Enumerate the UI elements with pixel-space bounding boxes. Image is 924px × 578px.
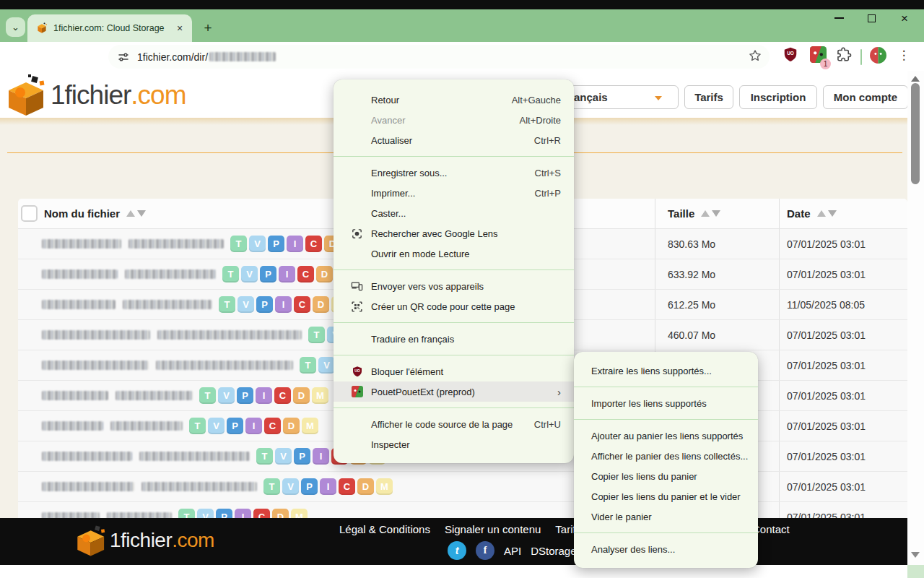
badge-C[interactable]: C	[294, 296, 310, 313]
window-close-button[interactable]: ×	[901, 11, 908, 25]
submenu-item[interactable]: Copier les liens du panier	[574, 466, 758, 486]
address-bar[interactable]: 1fichier.com/dir/	[108, 45, 770, 69]
badge-T[interactable]: T	[263, 478, 280, 495]
twitter-icon[interactable]: t	[448, 541, 466, 560]
context-menu-item[interactable]: RetourAlt+Gauche	[334, 90, 574, 110]
context-menu-item[interactable]: UOBloquer l'élément	[334, 361, 574, 381]
badge-T[interactable]: T	[300, 357, 316, 374]
badge-I[interactable]: I	[245, 418, 262, 434]
badge-T[interactable]: T	[189, 418, 206, 434]
sort-date-control[interactable]	[817, 210, 837, 217]
mon-compte-button[interactable]: Mon compte	[823, 85, 907, 109]
facebook-icon[interactable]: f	[476, 541, 494, 560]
tab-close-icon[interactable]: ×	[173, 22, 186, 35]
badge-T[interactable]: T	[256, 448, 273, 465]
badge-P[interactable]: P	[301, 478, 318, 495]
new-tab-button[interactable]: +	[199, 20, 217, 37]
footer-logo[interactable]: 1fichier.com	[75, 524, 214, 557]
badge-T[interactable]: T	[199, 387, 216, 404]
api-link[interactable]: API	[504, 545, 521, 557]
pouet-extension-button[interactable]: 1	[810, 46, 827, 66]
context-menu-item[interactable]: Créer un QR code pour cette page	[334, 296, 574, 316]
tarifs-button[interactable]: Tarifs	[684, 85, 733, 109]
badge-I[interactable]: I	[256, 387, 272, 404]
badge-C[interactable]: C	[264, 418, 281, 434]
badge-I[interactable]: I	[275, 296, 292, 313]
context-menu-item[interactable]: Envoyer vers vos appareils	[334, 276, 574, 296]
sort-name-control[interactable]	[126, 210, 146, 217]
badge-P[interactable]: P	[227, 418, 243, 434]
report-content-link[interactable]: Signaler un contenu	[445, 523, 541, 535]
badge-C[interactable]: C	[297, 266, 314, 282]
sort-desc-icon[interactable]	[137, 210, 146, 217]
badge-P[interactable]: P	[268, 236, 284, 252]
sort-size-control[interactable]	[701, 210, 720, 217]
active-tab[interactable]: 1fichier.com: Cloud Storage ×	[27, 14, 192, 42]
badge-I[interactable]: I	[287, 236, 303, 252]
badge-V[interactable]: V	[275, 448, 292, 465]
extensions-menu-button[interactable]	[836, 46, 852, 65]
badge-P[interactable]: P	[260, 266, 276, 282]
submenu-item[interactable]: Copier les liens du panier et le vider	[574, 486, 758, 506]
submenu-item[interactable]: Analyser des liens...	[574, 539, 758, 559]
profile-avatar[interactable]	[869, 46, 887, 67]
site-logo[interactable]: 1fichier.com	[6, 74, 186, 117]
site-settings-icon[interactable]	[117, 51, 130, 64]
badge-D[interactable]: D	[283, 418, 300, 434]
badge-V[interactable]: V	[249, 236, 266, 252]
legal-link[interactable]: Légal & Conditions	[339, 523, 430, 535]
badge-P[interactable]: P	[256, 296, 273, 313]
badge-D[interactable]: D	[357, 478, 374, 495]
context-menu-item[interactable]: Enregistrer sous...Ctrl+S	[334, 163, 574, 183]
submenu-item[interactable]: Vider le panier	[574, 506, 758, 527]
badge-P[interactable]: P	[237, 387, 253, 404]
scrollbar[interactable]	[907, 71, 924, 578]
browser-menu-button[interactable]: ⋮	[895, 48, 912, 63]
badge-D[interactable]: D	[316, 266, 333, 282]
badge-M[interactable]: M	[312, 387, 328, 404]
dstorage-link[interactable]: DStorage	[531, 545, 576, 557]
badge-C[interactable]: C	[339, 478, 355, 495]
badge-I[interactable]: I	[313, 448, 329, 465]
submenu-item[interactable]: Ajouter au panier les liens supportés	[574, 426, 758, 446]
context-menu-item[interactable]: Afficher le code source de la pageCtrl+U	[334, 414, 574, 434]
badge-D[interactable]: D	[313, 296, 329, 313]
context-menu-item[interactable]: Caster...	[334, 203, 574, 223]
badge-V[interactable]: V	[237, 296, 254, 313]
scroll-up-arrow-icon[interactable]	[911, 76, 920, 82]
context-menu-item[interactable]: ActualiserCtrl+R	[334, 130, 574, 150]
badge-V[interactable]: V	[218, 387, 235, 404]
select-all-checkbox[interactable]	[21, 205, 38, 222]
inscription-button[interactable]: Inscription	[739, 85, 817, 109]
submenu-item[interactable]: Extraire les liens supportés...	[574, 361, 758, 381]
sort-asc-icon[interactable]	[701, 210, 710, 217]
bookmark-star-button[interactable]	[748, 48, 762, 66]
badge-V[interactable]: V	[208, 418, 225, 434]
sort-desc-icon[interactable]	[712, 210, 720, 217]
badge-V[interactable]: V	[241, 266, 258, 282]
badge-T[interactable]: T	[230, 236, 247, 252]
badge-M[interactable]: M	[376, 478, 393, 495]
badge-D[interactable]: D	[293, 387, 310, 404]
ublock-extension-button[interactable]: UO	[783, 46, 798, 65]
context-menu-item[interactable]: Traduire en français	[334, 329, 574, 349]
tab-search-button[interactable]: ⌄	[6, 17, 25, 37]
badge-C[interactable]: C	[305, 236, 322, 252]
context-menu-item[interactable]: Inspecter	[334, 434, 574, 454]
badge-T[interactable]: T	[219, 296, 235, 313]
window-minimize-button[interactable]	[834, 11, 844, 25]
badge-P[interactable]: P	[294, 448, 310, 465]
badge-T[interactable]: T	[222, 266, 239, 282]
context-menu-item[interactable]: Rechercher avec Google Lens	[334, 223, 574, 243]
badge-I[interactable]: I	[279, 266, 295, 282]
table-row[interactable]: TVPICDM07/01/2025 03:01	[18, 472, 907, 502]
window-maximize-button[interactable]	[868, 11, 876, 25]
badge-V[interactable]: V	[318, 357, 335, 374]
badge-C[interactable]: C	[274, 387, 291, 404]
submenu-item[interactable]: Afficher le panier des liens collectés..…	[574, 446, 758, 466]
sort-desc-icon[interactable]	[828, 210, 837, 217]
badge-I[interactable]: I	[320, 478, 336, 495]
badge-M[interactable]: M	[302, 418, 318, 434]
context-menu-item[interactable]: PouetPouetExt (preprod)›	[334, 381, 574, 402]
badge-T[interactable]: T	[308, 327, 325, 343]
